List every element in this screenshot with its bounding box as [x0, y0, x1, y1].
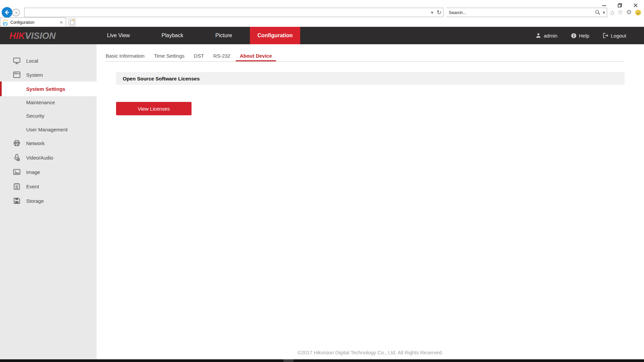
help-label: Help — [579, 33, 589, 39]
event-icon — [13, 182, 21, 190]
new-tab-page-icon: ✶ — [70, 20, 74, 25]
logout-button[interactable]: Logout — [602, 27, 626, 44]
user-icon — [535, 32, 542, 39]
favorites-star-icon[interactable]: ☆ — [617, 9, 623, 16]
nav-live-view[interactable]: Live View — [107, 27, 130, 44]
tab-about-device[interactable]: About Device — [240, 51, 272, 61]
forward-arrow-icon — [14, 10, 18, 15]
browser-tab-row: Configuration × ✶ — [0, 17, 644, 27]
browser-toolbar-icons: ⌂ ☆ ⚙ — [610, 9, 641, 16]
taskbar-edge — [0, 359, 644, 362]
sidebar-item-security[interactable]: Security — [0, 108, 97, 123]
minimize-icon — [602, 3, 606, 8]
restore-icon — [618, 3, 622, 8]
logout-label: Logout — [611, 33, 626, 39]
monitor-icon — [13, 57, 21, 65]
help-button[interactable]: Help — [571, 27, 589, 44]
back-arrow-icon — [4, 9, 10, 16]
main-content: Basic Information Time Settings DST RS-2… — [97, 44, 644, 359]
window-icon — [13, 71, 21, 79]
sidebar-item-maintenance[interactable]: Maintenance — [0, 95, 97, 110]
smiley-feedback-icon[interactable] — [635, 9, 641, 16]
screen: ▾ ↻ ▾ ⌂ ☆ ⚙ Configuration — [0, 0, 644, 362]
close-icon — [633, 3, 638, 8]
browser-chrome: ▾ ↻ ▾ ⌂ ☆ ⚙ Configuration — [0, 0, 644, 27]
sidebar-item-event[interactable]: Event — [0, 179, 97, 194]
search-dropdown-caret-icon[interactable]: ▾ — [601, 10, 607, 15]
copyright-footer: ©2017 Hikvision Digital Technology Co., … — [97, 350, 644, 355]
taskbar-edge-segment — [283, 359, 293, 362]
address-dropdown-caret-icon[interactable]: ▾ — [429, 10, 435, 15]
nav-configuration[interactable]: Configuration — [250, 27, 300, 44]
window-close-button[interactable] — [631, 2, 641, 9]
storage-icon — [13, 197, 21, 205]
tab-close-icon[interactable]: × — [59, 19, 64, 25]
sidebar-item-system[interactable]: System — [0, 67, 97, 82]
sidebar-item-video-audio[interactable]: Video/Audio — [0, 150, 97, 165]
address-bar[interactable]: ▾ ↻ — [24, 8, 443, 17]
tab-dst[interactable]: DST — [194, 51, 204, 61]
refresh-icon[interactable]: ↻ — [435, 9, 443, 16]
hikvision-logo: HIKVISION — [9, 31, 56, 41]
tab-time-settings[interactable]: Time Settings — [154, 51, 184, 61]
microphone-icon — [13, 154, 21, 162]
sidebar-item-user-management[interactable]: User Management — [0, 122, 97, 137]
help-info-icon — [571, 33, 577, 39]
user-name: admin — [544, 33, 557, 39]
browser-search-box[interactable]: ▾ — [446, 8, 607, 17]
sidebar-item-network[interactable]: Network — [0, 136, 97, 150]
window-restore-button[interactable] — [615, 2, 625, 9]
ie-logo-icon — [2, 19, 8, 25]
browser-tab-configuration[interactable]: Configuration × — [0, 17, 66, 27]
sidebar: Local System System Settings Maintenance… — [0, 44, 97, 359]
tab-divider-line — [106, 61, 625, 62]
browser-back-button[interactable] — [2, 7, 12, 18]
search-icon[interactable] — [594, 10, 601, 15]
section-title: Open Source Software Licenses — [123, 76, 200, 81]
settings-gear-icon[interactable]: ⚙ — [626, 9, 632, 16]
nav-playback[interactable]: Playback — [162, 27, 183, 44]
section-header: Open Source Software Licenses — [116, 72, 625, 85]
sidebar-item-local[interactable]: Local — [0, 53, 97, 68]
browser-search-input[interactable] — [446, 10, 594, 15]
tab-basic-information[interactable]: Basic Information — [106, 51, 145, 61]
active-indicator-bar — [0, 81, 2, 96]
image-icon — [13, 168, 21, 176]
view-licenses-button[interactable]: View Licenses — [116, 102, 192, 115]
sidebar-item-storage[interactable]: Storage — [0, 193, 97, 208]
home-icon[interactable]: ⌂ — [610, 9, 614, 16]
app-header: HIKVISION Live View Playback Picture Con… — [0, 27, 644, 44]
tab-rs-232[interactable]: RS-232 — [213, 51, 230, 61]
nav-picture[interactable]: Picture — [215, 27, 232, 44]
browser-forward-button[interactable] — [12, 9, 20, 16]
tab-title: Configuration — [10, 20, 59, 25]
sidebar-item-system-settings[interactable]: System Settings — [0, 81, 97, 96]
sidebar-item-image[interactable]: Image — [0, 165, 97, 179]
new-tab-button[interactable]: ✶ — [68, 18, 76, 26]
logout-icon — [602, 32, 609, 39]
globe-icon — [13, 139, 21, 147]
address-input[interactable] — [24, 10, 429, 15]
user-account: admin — [535, 27, 557, 44]
content-tab-bar: Basic Information Time Settings DST RS-2… — [106, 51, 272, 61]
